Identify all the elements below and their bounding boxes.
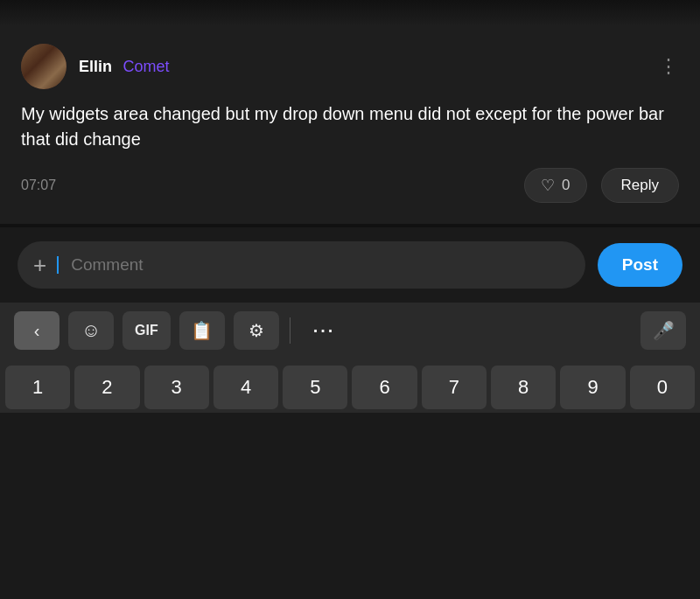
reply-button[interactable]: Reply <box>601 168 679 203</box>
clipboard-icon: 📋 <box>191 320 213 341</box>
num-key-0[interactable]: 0 <box>630 366 695 409</box>
num-key-2[interactable]: 2 <box>74 366 139 409</box>
gear-icon: ⚙ <box>248 320 264 341</box>
timestamp: 07:07 <box>21 178 56 193</box>
user-info: Ellin Comet <box>79 58 169 76</box>
heart-icon: ♡ <box>541 176 555 195</box>
like-count: 0 <box>562 177 570 194</box>
comment-section: Ellin Comet ⋮ My widgets area changed bu… <box>0 26 700 224</box>
num-key-1[interactable]: 1 <box>5 366 70 409</box>
keyboard-toolbar: ‹ ☺ GIF 📋 ⚙ ··· 🎤 <box>0 303 700 359</box>
keyboard-gif-button[interactable]: GIF <box>122 311 171 350</box>
footer-actions: ♡ 0 Reply <box>524 168 679 203</box>
num-key-7[interactable]: 7 <box>422 366 486 409</box>
text-cursor <box>57 256 59 274</box>
keyboard-settings-button[interactable]: ⚙ <box>234 311 279 350</box>
post-button[interactable]: Post <box>598 243 682 287</box>
num-key-3[interactable]: 3 <box>144 366 209 409</box>
top-fade <box>0 0 700 26</box>
comment-header: Ellin Comet ⋮ <box>21 44 679 89</box>
num-key-9[interactable]: 9 <box>560 366 625 409</box>
keyboard-clipboard-button[interactable]: 📋 <box>179 311 225 350</box>
keyboard-divider <box>290 317 290 344</box>
more-options-icon[interactable]: ⋮ <box>659 55 679 78</box>
avatar-image <box>21 44 66 89</box>
comment-text: My widgets area changed but my drop down… <box>21 101 679 152</box>
user-tag: Comet <box>122 58 169 75</box>
comment-input-area: + Post <box>0 227 700 303</box>
num-key-8[interactable]: 8 <box>491 366 556 409</box>
microphone-icon: 🎤 <box>653 320 675 341</box>
num-key-6[interactable]: 6 <box>352 366 416 409</box>
keyboard-emoji-button[interactable]: ☺ <box>68 311 114 350</box>
like-button[interactable]: ♡ 0 <box>524 168 586 203</box>
comment-input[interactable] <box>71 255 570 275</box>
keyboard-more-button[interactable]: ··· <box>301 311 348 350</box>
input-wrapper: + <box>18 241 585 289</box>
back-chevron-icon: ‹ <box>34 321 40 341</box>
keyboard-back-button[interactable]: ‹ <box>14 311 60 350</box>
username: Ellin <box>79 58 112 75</box>
keyboard-number-row: 1234567890 <box>0 359 700 413</box>
avatar <box>21 44 66 89</box>
comment-footer: 07:07 ♡ 0 Reply <box>21 168 679 203</box>
num-key-5[interactable]: 5 <box>283 366 347 409</box>
emoji-icon: ☺ <box>81 319 101 342</box>
num-key-4[interactable]: 4 <box>214 366 278 409</box>
keyboard-mic-button[interactable]: 🎤 <box>640 311 686 350</box>
plus-icon[interactable]: + <box>33 254 46 276</box>
